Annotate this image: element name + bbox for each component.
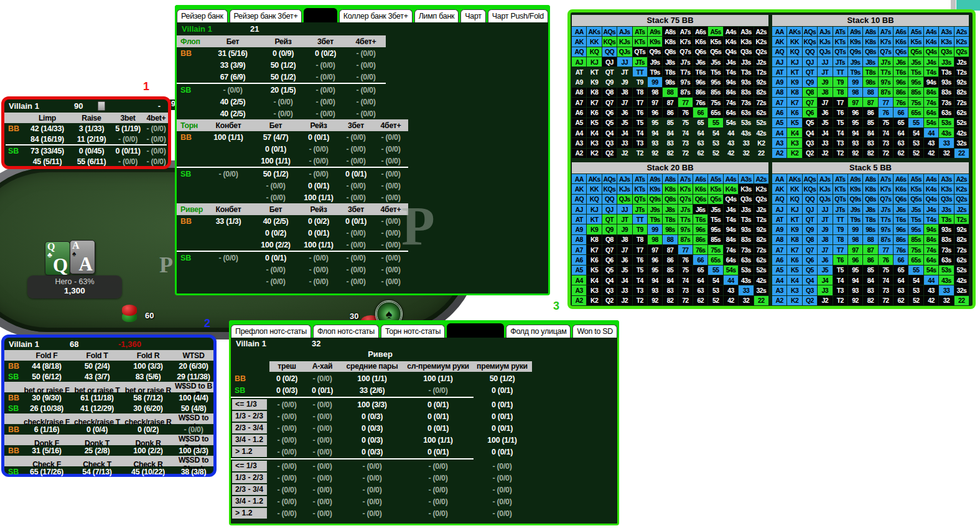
stat-value: 100 (3/3) xyxy=(174,446,213,455)
hand-cell: 93s xyxy=(939,224,953,234)
hand-cell: AT xyxy=(572,67,586,76)
hand-cell: 94s xyxy=(924,77,938,86)
hand-cell: 82 xyxy=(863,296,877,305)
tab-4[interactable]: Коллер банк 3бет+ xyxy=(339,9,413,22)
hand-cell: 74s xyxy=(724,245,738,254)
hand-cell: A9s xyxy=(848,174,862,183)
column-header: треш xyxy=(269,361,304,372)
bet-size-label[interactable]: 1/3 - 2/3 xyxy=(232,473,267,483)
tab-5[interactable]: Фолд по улицам xyxy=(506,325,571,338)
hand-cell: KJ xyxy=(787,205,801,214)
stat-value: - (0/0) xyxy=(404,462,472,471)
stat-value: 5 (1/19) xyxy=(111,124,144,133)
tab-6[interactable]: Чарт xyxy=(460,9,486,22)
bet-size-label[interactable]: 2/3 - 3/4 xyxy=(232,484,267,495)
hand-cell: KQs xyxy=(602,37,617,46)
tab-3[interactable]: Торн нотс-статы xyxy=(381,325,445,338)
hand-cell: K4s xyxy=(924,37,938,46)
hand-cell: Q4 xyxy=(803,128,817,137)
stat-value: - (0/0) xyxy=(299,145,338,154)
header-dash: - xyxy=(158,101,161,111)
hand-cell: AA xyxy=(772,174,786,183)
hand-cell: A4 xyxy=(772,128,786,137)
stat-value: 100 (1/1) xyxy=(404,436,472,445)
tab-6[interactable]: Won to SD xyxy=(572,325,617,338)
position-label: BB xyxy=(4,394,22,402)
hud-preflop-popup[interactable]: Villain 190-LimpRaise3bet4bet+BB42 (14/3… xyxy=(1,96,171,169)
stat-value: - (0/0) xyxy=(304,462,340,471)
bet-size-label[interactable]: > 1.2 xyxy=(232,446,267,457)
hand-cell: 75s xyxy=(708,245,722,254)
hand-cell: A3s xyxy=(939,27,953,36)
tab-4[interactable] xyxy=(447,323,504,338)
hand-cell: 96s xyxy=(894,224,908,234)
tab-2[interactable]: Рейзер банк 3бет+ xyxy=(230,9,302,22)
hand-cell: 73s xyxy=(739,245,753,254)
hand-cell: Q4s xyxy=(924,195,938,204)
hand-cell: 93s xyxy=(739,224,753,234)
hand-cell: T2s xyxy=(954,67,969,76)
tab-2[interactable]: Флоп нотс-статы xyxy=(313,325,379,338)
hand-cell: Q2s xyxy=(954,195,969,204)
bet-size-label[interactable]: 2/3 - 3/4 xyxy=(232,423,267,433)
stat-value: - (0/0) xyxy=(346,49,386,58)
hand-cell: 22 xyxy=(754,296,768,305)
bet-size-label[interactable]: > 1.2 xyxy=(232,508,267,519)
hand-cell: KQ xyxy=(587,195,601,204)
stat-row: <= 1/3- (0/0)- (0/0)- (0/0)- (0/0)- (0/0… xyxy=(231,460,617,472)
hand-cell: 33 xyxy=(939,285,953,295)
hand-cell: Q7 xyxy=(602,245,617,254)
hud-range-charts-popup[interactable]: Stack 75 BBAAAKsAQsAJsATsA9sA8sA7sA6sA5s… xyxy=(567,9,976,309)
hand-cell: 94s xyxy=(724,77,738,86)
tab-3[interactable] xyxy=(304,8,337,22)
hand-cell: T8 xyxy=(633,88,647,97)
hand-cell: K6 xyxy=(787,108,801,117)
bet-size-label[interactable]: 3/4 - 1.2 xyxy=(232,435,267,445)
hand-cell: AT xyxy=(572,215,586,224)
tab-5[interactable]: Лимп банк xyxy=(414,9,459,22)
tab-1[interactable]: Префлоп нотс-статы xyxy=(231,325,311,338)
bet-size-label[interactable]: 1/3 - 2/3 xyxy=(232,411,267,422)
stat-value: 100 (2/2) xyxy=(253,241,299,249)
hand-cell: A7 xyxy=(572,245,586,254)
stat-row: BB44 (8/18)50 (2/4)100 (3/3)20 (6/30) xyxy=(4,361,213,371)
hand-cell: Q9 xyxy=(602,224,617,234)
hand-cell: J6 xyxy=(818,255,832,264)
note-icon[interactable] xyxy=(98,101,105,111)
column-header-row: Check FCheck TCheck RW$SD to Check xyxy=(4,456,213,466)
hud-notes-stats-popup[interactable]: Префлоп нотс-статыФлоп нотс-статыТорн но… xyxy=(229,320,619,525)
hud-fold-aggression-popup[interactable]: Villain 168-1,360Fold FFold TFold RWTSDB… xyxy=(1,335,217,477)
tab-7[interactable]: Чарт Push/Fold xyxy=(488,9,548,22)
stat-value: - (0/0) xyxy=(338,145,373,154)
stat-value: - (0/0) xyxy=(304,412,340,421)
hand-cell: Q9 xyxy=(803,224,817,234)
hand-cell: Q5 xyxy=(602,118,617,127)
hand-cell: 74s xyxy=(724,98,738,107)
hud-postflop-lines-popup[interactable]: Рейзер банкРейзер банк 3бет+Коллер банк … xyxy=(175,5,550,295)
hand-cell: Q8 xyxy=(602,235,617,244)
hand-cell: AQs xyxy=(602,174,617,183)
hand-cell: AJ xyxy=(572,205,586,214)
stat-value: 38 (3/8) xyxy=(174,468,213,476)
column-header: Limp xyxy=(23,114,72,122)
stat-value: 45 (10/22) xyxy=(123,468,174,476)
hand-cell: A3 xyxy=(572,285,586,295)
tab-1[interactable]: Рейзер банк xyxy=(177,9,228,22)
bet-size-label[interactable]: <= 1/3 xyxy=(232,461,267,471)
hand-cell: ATs xyxy=(633,27,647,36)
bet-size-label[interactable]: 3/4 - 1.2 xyxy=(232,496,267,507)
column-header: 3бет xyxy=(305,37,346,46)
column-header: Raise xyxy=(72,114,111,122)
hand-cell: T6 xyxy=(833,108,847,117)
hand-cell: 53 xyxy=(908,285,923,295)
hand-cell: J6 xyxy=(818,108,832,117)
stat-value: - (0/0) xyxy=(373,277,408,286)
hand-cell: 62 xyxy=(693,296,707,305)
hand-cell: 65s xyxy=(708,255,722,264)
hand-cell: Q5 xyxy=(602,266,617,275)
hand-cell: K7s xyxy=(678,37,693,46)
hand-cell: A4 xyxy=(572,275,586,285)
hand-cell: K9 xyxy=(787,77,801,86)
hand-cell: K3s xyxy=(739,184,753,193)
bet-size-label[interactable]: <= 1/3 xyxy=(232,399,267,410)
